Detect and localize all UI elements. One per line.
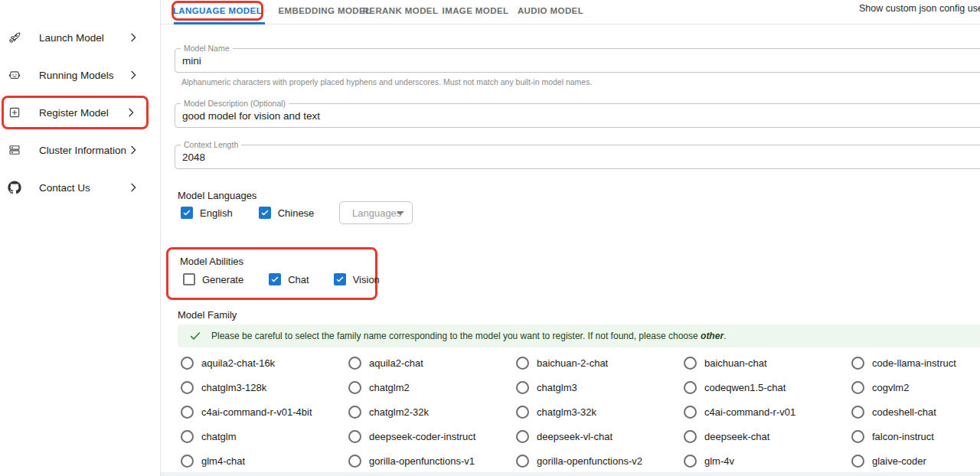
model-languages-title: Model Languages bbox=[178, 190, 256, 201]
dropdown-caret-icon bbox=[397, 211, 404, 215]
radio-option[interactable]: aquila2-chat bbox=[345, 350, 513, 375]
cluster-icon bbox=[8, 143, 21, 157]
tab-rerank-model[interactable]: RERANK MODEL bbox=[366, 0, 435, 21]
tab-image-model[interactable]: IMAGE MODEL bbox=[441, 0, 510, 21]
robot-icon bbox=[8, 68, 21, 82]
register-model-form: Model Name Alphanumeric characters with … bbox=[161, 24, 980, 476]
model-description-field[interactable]: Model Description (Optional) bbox=[175, 103, 980, 128]
radio-option[interactable]: cogvlm2 bbox=[848, 375, 980, 399]
radio-option[interactable]: codeshell-chat bbox=[848, 399, 980, 424]
check-icon bbox=[189, 330, 201, 342]
radio-option[interactable]: code-llama-instruct bbox=[848, 350, 980, 375]
languages-select[interactable]: Languages bbox=[339, 201, 413, 224]
radio-option[interactable]: gorilla-openfunctions-v2 bbox=[513, 448, 681, 473]
tab-audio-model[interactable]: AUDIO MODEL bbox=[516, 0, 585, 21]
sidebar-item-launch-model[interactable]: Launch Model bbox=[2, 21, 149, 54]
radio-icon bbox=[684, 357, 697, 370]
checkbox-chinese[interactable]: Chinese bbox=[259, 207, 315, 219]
radio-option[interactable]: glm-4v bbox=[681, 448, 848, 473]
checkbox-label: Chat bbox=[288, 274, 309, 285]
show-custom-json-config-link[interactable]: Show custom json config used b bbox=[859, 3, 980, 15]
radio-option[interactable]: chatglm2 bbox=[345, 375, 513, 399]
radio-icon bbox=[348, 406, 361, 419]
radio-option[interactable]: codeqwen1.5-chat bbox=[681, 375, 848, 399]
sidebar-item-label: Running Models bbox=[39, 70, 114, 81]
radio-option[interactable]: glaive-coder bbox=[848, 448, 980, 473]
chevron-right-icon bbox=[127, 69, 139, 81]
model-type-tabbar: LANGUAGE MODEL EMBEDDING MODEL RERANK MO… bbox=[161, 0, 980, 24]
radio-option[interactable]: gorilla-openfunctions-v1 bbox=[345, 448, 513, 473]
radio-icon bbox=[516, 406, 529, 419]
context-length-field[interactable]: Context Length bbox=[175, 145, 980, 169]
sidebar-item-label: Contact Us bbox=[39, 182, 90, 194]
annotation-box-model-abilities: Model Abilities Generate Chat bbox=[166, 247, 377, 300]
checkbox-icon bbox=[269, 273, 281, 285]
radio-option[interactable]: chatglm3 bbox=[513, 375, 681, 399]
radio-icon bbox=[684, 430, 697, 443]
radio-option[interactable]: chatglm3-32k bbox=[513, 399, 681, 424]
checkbox-generate[interactable]: Generate bbox=[183, 273, 243, 285]
radio-icon bbox=[851, 381, 864, 394]
chevron-right-icon bbox=[125, 106, 137, 119]
checkbox-vision[interactable]: Vision bbox=[334, 273, 380, 285]
sidebar-item-label: Launch Model bbox=[39, 32, 104, 44]
radio-icon bbox=[516, 455, 529, 468]
model-name-field[interactable]: Model Name bbox=[175, 48, 980, 73]
radio-icon bbox=[348, 357, 361, 370]
radio-option[interactable]: falcon-instruct bbox=[848, 424, 980, 448]
radio-icon bbox=[348, 430, 361, 443]
radio-option[interactable]: chatglm bbox=[178, 424, 345, 448]
languages-select-placeholder: Languages bbox=[352, 207, 401, 219]
radio-icon bbox=[684, 455, 697, 468]
radio-option[interactable]: baichuan-2-chat bbox=[513, 350, 681, 375]
checkbox-label: Vision bbox=[353, 274, 380, 285]
radio-option[interactable]: chatglm2-32k bbox=[345, 399, 513, 424]
github-icon bbox=[8, 181, 21, 194]
sidebar-item-label: Cluster Information bbox=[39, 145, 126, 156]
checkbox-icon bbox=[181, 207, 193, 219]
radio-icon bbox=[181, 430, 194, 443]
chevron-right-icon bbox=[127, 144, 139, 156]
radio-icon bbox=[684, 406, 697, 419]
radio-option[interactable]: chatglm3-128k bbox=[178, 375, 345, 399]
model-abilities-row: Generate Chat Vision bbox=[183, 273, 380, 285]
radio-icon bbox=[348, 455, 361, 468]
tab-embedding-model[interactable]: EMBEDDING MODEL bbox=[282, 0, 368, 21]
sidebar-item-running-models[interactable]: Running Models bbox=[2, 58, 149, 92]
checkbox-label: English bbox=[200, 207, 233, 219]
rocket-icon bbox=[8, 31, 21, 44]
radio-icon bbox=[516, 357, 529, 370]
checkbox-chat[interactable]: Chat bbox=[269, 273, 309, 285]
radio-icon bbox=[181, 406, 194, 419]
radio-option[interactable]: c4ai-command-r-v01-4bit bbox=[178, 399, 345, 424]
model-description-input[interactable] bbox=[182, 105, 948, 126]
radio-option[interactable]: deepseek-chat bbox=[681, 424, 848, 448]
register-model-page: Launch Model Running Models bbox=[0, 0, 980, 476]
radio-option[interactable]: deepseek-coder-instruct bbox=[345, 424, 513, 448]
checkbox-english[interactable]: English bbox=[181, 207, 233, 219]
sidebar-item-label: Register Model bbox=[39, 107, 109, 119]
radio-option[interactable]: baichuan-chat bbox=[681, 350, 848, 375]
radio-icon bbox=[851, 406, 864, 419]
checkbox-label: Generate bbox=[202, 274, 243, 285]
radio-icon bbox=[181, 357, 194, 370]
model-family-alert: Please be careful to select the family n… bbox=[178, 324, 980, 347]
radio-icon bbox=[348, 381, 361, 394]
context-length-input[interactable] bbox=[182, 146, 948, 168]
radio-option[interactable]: glm4-chat bbox=[178, 448, 345, 473]
radio-option[interactable]: deepseek-vl-chat bbox=[513, 424, 681, 448]
radio-icon bbox=[851, 430, 864, 443]
tab-language-model[interactable]: LANGUAGE MODEL bbox=[179, 0, 256, 21]
radio-option[interactable]: aquila2-chat-16k bbox=[178, 350, 345, 375]
sidebar-item-contact-us[interactable]: Contact Us bbox=[2, 171, 149, 204]
sidebar-item-register-model[interactable]: Register Model bbox=[2, 96, 149, 129]
model-name-input[interactable] bbox=[182, 50, 948, 71]
sidebar-item-cluster-information[interactable]: Cluster Information bbox=[2, 133, 149, 167]
alert-text: Please be careful to select the family n… bbox=[211, 331, 726, 341]
radio-option[interactable]: c4ai-command-r-v01 bbox=[681, 399, 848, 424]
checkbox-icon bbox=[334, 273, 346, 285]
radio-icon bbox=[181, 455, 194, 468]
model-family-options: aquila2-chat-16k aquila2-chat baichuan-2… bbox=[178, 350, 980, 473]
radio-icon bbox=[181, 381, 194, 394]
checkbox-icon bbox=[183, 273, 195, 285]
